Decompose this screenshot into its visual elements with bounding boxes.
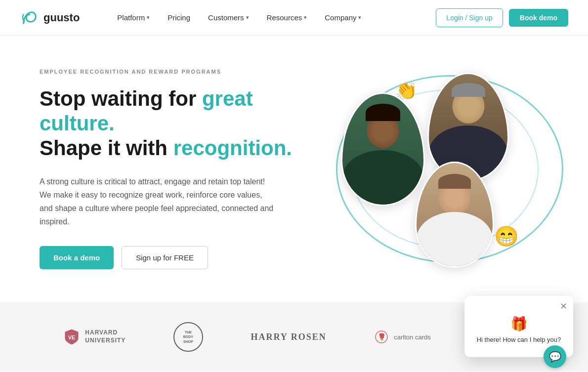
customers-chevron-icon: ▾: [246, 14, 249, 21]
grin-emoji: 😁: [494, 225, 519, 248]
hero-section: EMPLOYEE RECOGNITION AND REWARD PROGRAMS…: [0, 36, 588, 302]
harvard-name: HARVARDUNIVERSITY: [85, 329, 126, 344]
logo-harvard: VE HARVARDUNIVERSITY: [63, 329, 126, 345]
hero-content: EMPLOYEE RECOGNITION AND REWARD PROGRAMS…: [40, 69, 306, 270]
hero-heading: Stop waiting for great culture. Shape it…: [40, 86, 306, 161]
body-3: [417, 212, 493, 266]
logo-bodyshop: THEBODYSHOP: [173, 322, 203, 352]
hero-eyebrow: EMPLOYEE RECOGNITION AND REWARD PROGRAMS: [40, 69, 306, 75]
chat-message: Hi there! How can I help you?: [472, 336, 565, 343]
svg-text:🌹: 🌹: [378, 333, 386, 341]
svg-text:VE: VE: [68, 334, 76, 340]
body-1: [342, 150, 423, 205]
chat-icon-row: 🎁: [472, 316, 565, 332]
logo-carlton: 🌹 carlton cards: [374, 330, 430, 344]
nav-company[interactable]: Company ▾: [317, 9, 369, 26]
hero-heading-text-1: Stop waiting for: [40, 87, 202, 110]
chat-header: ✕: [464, 296, 573, 314]
bodyshop-circle: THEBODYSHOP: [173, 322, 203, 352]
nav-pricing[interactable]: Pricing: [160, 9, 198, 26]
chat-widget: ✕ 🎁 Hi there! How can I help you? 💬: [464, 296, 573, 357]
chat-avatar-button[interactable]: 💬: [544, 345, 566, 368]
hero-description: A strong culture is critical to attract,…: [40, 175, 277, 229]
nav-resources[interactable]: Resources ▾: [259, 9, 315, 26]
hero-image-area: 👏 😁: [306, 65, 548, 273]
bodyshop-name: THEBODYSHOP: [183, 330, 193, 343]
carlton-name: carlton cards: [394, 333, 430, 341]
navbar: guusto Platform ▾ Pricing Customers ▾ Re…: [0, 0, 588, 36]
book-demo-nav-button[interactable]: Book demo: [509, 9, 568, 27]
nav-platform[interactable]: Platform ▾: [109, 9, 158, 26]
hero-heading-text-2: Shape it with: [40, 136, 173, 160]
harvard-shield-icon: VE: [63, 329, 80, 345]
hero-book-demo-button[interactable]: Book a demo: [40, 246, 114, 269]
brand-name: guusto: [43, 11, 80, 24]
chat-close-button[interactable]: ✕: [560, 301, 567, 312]
chat-bubble-icon: 💬: [549, 351, 561, 363]
chat-gift-icon: 🎁: [510, 316, 528, 332]
nav-customers[interactable]: Customers ▾: [200, 9, 257, 26]
hero-heading-accent-2: recognition.: [173, 136, 292, 160]
company-chevron-icon: ▾: [358, 14, 361, 21]
platform-chevron-icon: ▾: [147, 14, 150, 21]
logo-harryrosen: HARRY ROSEN: [251, 332, 327, 342]
wave-emoji: 👏: [395, 80, 418, 101]
resources-chevron-icon: ▾: [304, 14, 307, 21]
carlton-rose-icon: 🌹: [374, 330, 389, 344]
brand-logo[interactable]: guusto: [20, 8, 80, 27]
hero-signup-button[interactable]: Sign up for FREE: [122, 246, 208, 269]
harryrosen-name: HARRY ROSEN: [251, 332, 327, 342]
nav-actions: Login / Sign up Book demo: [436, 8, 568, 27]
nav-links: Platform ▾ Pricing Customers ▾ Resources…: [109, 9, 436, 26]
login-button[interactable]: Login / Sign up: [436, 8, 503, 27]
hero-cta-buttons: Book a demo Sign up for FREE: [40, 246, 306, 269]
